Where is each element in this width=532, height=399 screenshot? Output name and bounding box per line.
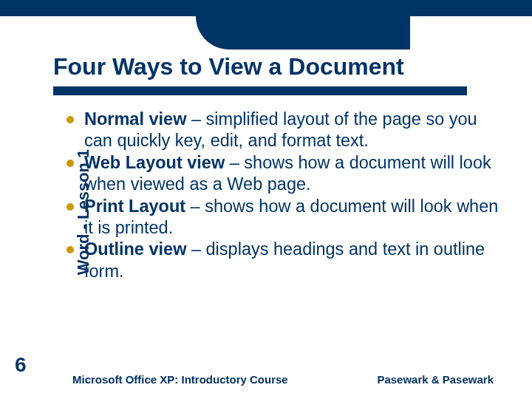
bullet-bold: Normal view: [84, 109, 186, 129]
bullet-icon: [66, 203, 74, 211]
title-underline: [53, 86, 467, 95]
bullet-icon: [66, 160, 74, 167]
top-notch-decoration: [196, 16, 410, 50]
footer-left: Microsoft Office XP: Introductory Course: [72, 373, 288, 386]
page-number: 6: [15, 353, 27, 377]
bullet-text: Normal view – simplified layout of the p…: [84, 109, 499, 152]
bullet-bold: Outline view: [84, 239, 186, 259]
list-item: Print Layout – shows how a document will…: [66, 196, 499, 239]
footer-right: Pasewark & Pasewark: [377, 373, 494, 386]
footer: Microsoft Office XP: Introductory Course…: [72, 373, 494, 386]
bullet-list: Normal view – simplified layout of the p…: [66, 109, 499, 282]
bullet-text: Web Layout view – shows how a document w…: [84, 152, 499, 196]
list-item: Web Layout view – shows how a document w…: [66, 152, 499, 196]
bullet-icon: [66, 246, 74, 253]
bullet-text: Print Layout – shows how a document will…: [84, 196, 499, 239]
bullet-icon: [66, 116, 74, 123]
bullet-text: Outline view – displays headings and tex…: [84, 239, 499, 282]
slide-body: Four Ways to View a Document Word - Less…: [0, 16, 532, 399]
bullet-bold: Print Layout: [84, 197, 185, 216]
bullet-bold: Web Layout view: [84, 153, 225, 172]
list-item: Outline view – displays headings and tex…: [66, 239, 499, 282]
list-item: Normal view – simplified layout of the p…: [66, 109, 499, 152]
slide-title: Four Ways to View a Document: [53, 53, 404, 81]
